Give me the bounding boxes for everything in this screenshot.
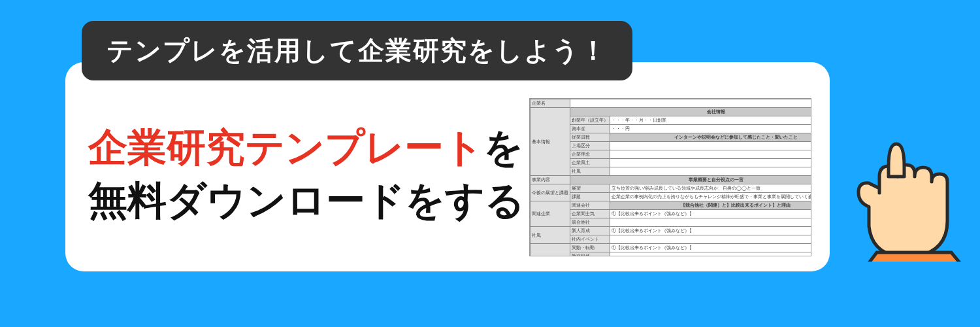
subtitle-pill: テンプレを活用して企業研究をしよう！ — [82, 21, 632, 80]
section-related: 関連企業 — [531, 201, 570, 227]
svg-line-2 — [924, 134, 941, 150]
section-basic: 基本情報 — [531, 108, 570, 176]
top-label-company: 企業名 — [531, 99, 570, 108]
section-career: キャリア形成 — [531, 244, 570, 257]
section-future: 今後の展望と課題 — [531, 184, 570, 201]
template-table: 企業名 更新日 基本情報 会社情報 創業年（設立年）・・・年・・月・・日創業 資… — [530, 99, 811, 256]
headline-line2: 無料ダウンロードをする — [88, 179, 525, 222]
headline-suffix: を — [483, 126, 523, 169]
template-preview: 企業名 更新日 基本情報 会社情報 創業年（設立年）・・・年・・月・・日創業 資… — [529, 98, 811, 256]
section-culture: 社風 — [531, 227, 570, 244]
banner-root[interactable]: テンプレを活用して企業研究をしよう！ 企業研究テンプレートを 無料ダウンロードを… — [0, 0, 980, 327]
headline: 企業研究テンプレートを 無料ダウンロードをする — [88, 121, 525, 227]
click-hand-icon — [836, 111, 967, 262]
subtitle-text: テンプレを活用して企業研究をしよう！ — [106, 36, 608, 65]
headline-red: 企業研究テンプレート — [88, 126, 483, 169]
section-biz: 事業内容 — [531, 176, 570, 184]
svg-line-1 — [862, 134, 879, 150]
